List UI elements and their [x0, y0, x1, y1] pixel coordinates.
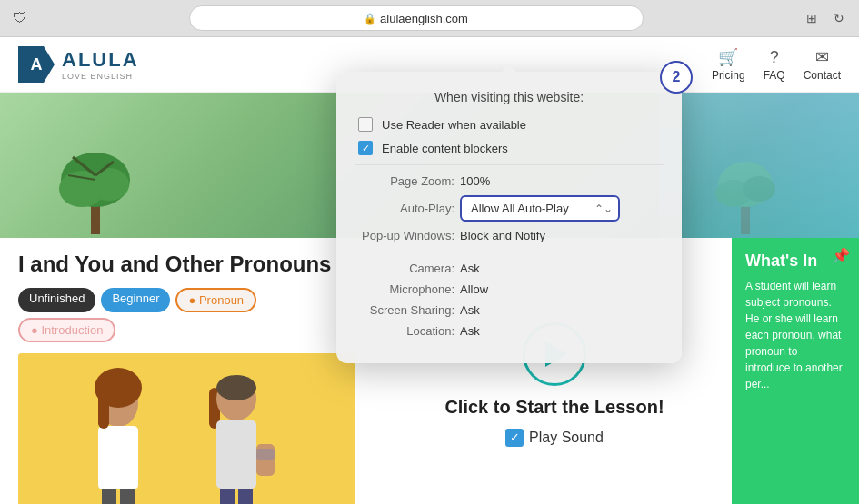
right-sidebar: 📌 What's In A student will learn subject… — [732, 238, 859, 504]
tags-row: Unfinished Beginner ● Pronoun ● Introduc… — [18, 288, 359, 342]
svg-rect-17 — [98, 388, 109, 429]
svg-point-23 — [216, 375, 256, 400]
nav-faq[interactable]: ? FAQ — [764, 48, 785, 82]
tag-pronoun[interactable]: ● Pronoun — [175, 288, 256, 312]
play-sound-row: ✓ Play Sound — [505, 429, 604, 447]
page-zoom-row: Page Zoom: 100% — [355, 174, 664, 188]
hero-sky — [659, 93, 859, 238]
page-zoom-value: 100% — [460, 174, 490, 188]
tag-introduction[interactable]: ● Introduction — [18, 318, 115, 342]
whats-in-title: What's In — [745, 252, 845, 271]
pin-icon: 📌 — [832, 247, 850, 264]
logo-icon: A — [18, 46, 55, 83]
number-badge: 2 — [660, 61, 693, 94]
faq-label: FAQ — [764, 69, 785, 82]
popup-windows-value: Block and Notify — [460, 229, 545, 242]
reader-row: Use Reader when available — [355, 117, 664, 132]
contact-icon: ✉ — [815, 47, 829, 67]
popup-divider-1 — [355, 164, 664, 165]
autoplay-select[interactable]: Allow All Auto-Play Stop Media with Soun… — [460, 195, 620, 222]
svg-rect-15 — [120, 489, 135, 504]
nav-items: 🛒 Pricing ? FAQ ✉ Contact — [712, 47, 841, 82]
popup-windows-label: Pop-up Windows: — [355, 229, 454, 242]
refresh-button[interactable]: ↻ — [828, 7, 850, 29]
location-label: Location: — [355, 324, 454, 338]
browser-chrome: 🛡 🔒 alulaenglish.com ⊞ ↻ — [0, 0, 859, 37]
nav-contact[interactable]: ✉ Contact — [804, 47, 841, 82]
logo-area[interactable]: A ALULA LOVE ENGLISH — [18, 46, 139, 83]
screen-sharing-row: Screen Sharing: Ask — [355, 303, 664, 317]
lock-icon: 🔒 — [364, 13, 376, 25]
location-row: Location: Ask — [355, 324, 664, 338]
autoplay-label: Auto-Play: — [355, 202, 454, 215]
tag-unfinished[interactable]: Unfinished — [18, 288, 95, 312]
browser-toolbar: 🛡 🔒 alulaenglish.com ⊞ ↻ — [0, 0, 859, 36]
tree-left — [55, 125, 136, 238]
sidebar-description: A student will learn subject pronouns. H… — [745, 278, 845, 392]
popup-windows-row: Pop-up Windows: Block and Notify — [355, 229, 664, 242]
screen-sharing-value: Ask — [460, 303, 480, 317]
camera-value: Ask — [460, 262, 480, 275]
logo-text-area: ALULA LOVE ENGLISH — [62, 48, 139, 81]
logo-sub-text: LOVE ENGLISH — [62, 72, 139, 81]
blockers-row: ✓ Enable content blockers — [355, 141, 664, 155]
blockers-label: Enable content blockers — [382, 142, 508, 155]
left-content: I and You and Other Pronouns Unfinished … — [0, 238, 377, 504]
faq-icon: ? — [770, 48, 779, 67]
logo-main-text: ALULA — [62, 48, 139, 72]
microphone-label: Microphone: — [355, 282, 454, 296]
contact-label: Contact — [804, 69, 841, 82]
svg-rect-14 — [102, 489, 116, 504]
browser-actions: ⊞ ↻ — [801, 7, 850, 29]
autoplay-row: Auto-Play: Allow All Auto-Play Stop Medi… — [355, 195, 664, 222]
microphone-value: Allow — [460, 282, 488, 296]
camera-row: Camera: Ask — [355, 262, 664, 275]
popup-title: When visiting this website: — [355, 90, 664, 104]
svg-rect-11 — [18, 353, 355, 504]
autoplay-select-wrapper: Allow All Auto-Play Stop Media with Soun… — [460, 195, 620, 222]
camera-label: Camera: — [355, 262, 454, 275]
reader-checkbox[interactable] — [358, 117, 373, 132]
play-sound-checkbox[interactable]: ✓ — [505, 429, 524, 447]
website-content: A ALULA LOVE ENGLISH 🛒 Pricing ? FAQ ✉ C… — [0, 37, 859, 504]
nav-pricing[interactable]: 🛒 Pricing — [712, 47, 745, 82]
svg-point-3 — [89, 168, 129, 201]
click-to-start-label: Click to Start the Lesson! — [444, 397, 664, 418]
lesson-title: I and You and Other Pronouns — [18, 252, 359, 277]
svg-rect-20 — [216, 420, 256, 489]
address-bar[interactable]: 🔒 alulaenglish.com — [189, 5, 644, 31]
reader-mode-button[interactable]: ⊞ — [801, 7, 823, 29]
svg-rect-13 — [98, 426, 138, 489]
tag-beginner[interactable]: Beginner — [101, 288, 170, 312]
lesson-photo — [18, 353, 355, 504]
svg-rect-21 — [220, 489, 235, 504]
page-zoom-label: Page Zoom: — [355, 174, 454, 188]
svg-rect-25 — [256, 449, 275, 460]
pricing-icon: 🛒 — [718, 47, 738, 67]
location-value: Ask — [460, 324, 480, 338]
reader-label: Use Reader when available — [382, 118, 526, 132]
pricing-label: Pricing — [712, 69, 745, 82]
microphone-row: Microphone: Allow — [355, 282, 664, 296]
url-text: alulaenglish.com — [380, 12, 468, 25]
site-settings-popup[interactable]: 2 When visiting this website: Use Reader… — [336, 72, 682, 363]
screen-sharing-label: Screen Sharing: — [355, 303, 454, 317]
popup-divider-2 — [355, 252, 664, 252]
blockers-checkbox[interactable]: ✓ — [358, 141, 373, 155]
play-sound-label: Play Sound — [529, 430, 604, 446]
shield-icon: 🛡 — [9, 7, 31, 29]
svg-rect-22 — [238, 489, 253, 504]
